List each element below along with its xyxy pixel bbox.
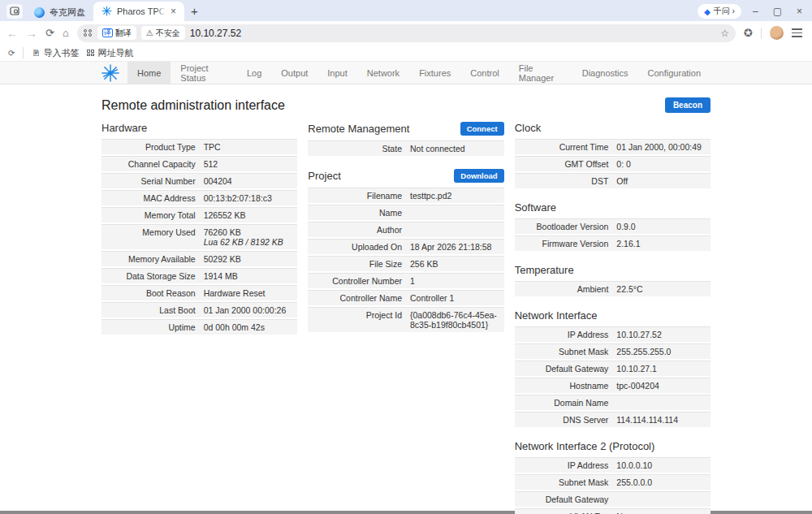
row-value: Hardware Reset	[200, 286, 298, 300]
table-row: DST Off	[515, 173, 710, 188]
nav-tab[interactable]: Fixtures	[409, 62, 460, 84]
section-temperature: Temperature Ambient 22.5°C	[515, 261, 710, 296]
row-value: TPC	[200, 140, 298, 154]
section-title: Clock	[515, 122, 542, 134]
row-value: 18 Apr 2026 21:18:58	[406, 240, 504, 254]
new-tab-button[interactable]: +	[191, 4, 198, 18]
sidebar-toggle-icon[interactable]: ⟳	[8, 49, 15, 58]
nav-tab[interactable]: Input	[317, 62, 356, 84]
row-value: 114.114.114.114	[612, 412, 710, 427]
table-row: Data Storage Size 1914 MB	[102, 268, 297, 283]
download-button[interactable]: Download	[454, 169, 503, 183]
grid-icon	[87, 50, 94, 56]
row-value: 00:13:b2:07:18:c3	[200, 191, 298, 205]
row-value: 255.0.0.0	[612, 475, 710, 490]
section-remote-management: Remote Management Connect State Not conn…	[308, 119, 503, 156]
table-row: Product Type TPC	[102, 139, 297, 154]
row-label: File Size	[308, 257, 406, 271]
profile-avatar[interactable]	[770, 26, 784, 40]
row-label: Ambient	[515, 282, 613, 296]
row-value: 0.9.0	[612, 219, 710, 234]
nav-tab[interactable]: Control	[460, 62, 508, 84]
section-hardware: Hardware Product Type TPC	[102, 119, 297, 335]
nav-tab[interactable]: File Manager	[509, 62, 572, 84]
extensions-icon[interactable]: ✪	[744, 27, 753, 39]
row-label: Current Time	[515, 140, 613, 154]
row-value: 256 KB	[406, 257, 504, 271]
nav-tab[interactable]: Configuration	[638, 62, 710, 84]
apps-grid-icon[interactable]	[84, 29, 93, 37]
bookmark-star-icon[interactable]: ☆	[720, 28, 729, 39]
row-label: Default Gateway	[515, 361, 613, 376]
table-row: Boot Reason Hardware Reset	[102, 285, 297, 300]
row-value: Controller 1	[406, 291, 504, 305]
nav-tab[interactable]: Project Status	[171, 62, 237, 84]
row-value: 0d 00h 00m 42s	[200, 320, 298, 335]
table-row: IP Address 10.10.27.52	[515, 326, 710, 342]
row-label: Domain Name	[515, 395, 613, 410]
row-label: Firmware Version	[515, 236, 613, 251]
table-row: Project Id {0a008db6-76c4-45ea-8c35-b19f…	[308, 307, 503, 332]
browser-window: 夸克网盘 Pharos TPC 0042 × + ◆ 千问 › – ▢ × ← …	[0, 0, 812, 514]
tab-search-icon[interactable]	[6, 4, 23, 19]
address-bar[interactable]: 译 翻译 ⚠ 不安全 10.10.27.52 ☆	[77, 24, 736, 42]
row-value: 10.10.27.1	[612, 361, 710, 376]
home-icon[interactable]: ⌂	[63, 27, 69, 39]
nav-tab[interactable]: Output	[271, 62, 317, 84]
nav-tab[interactable]: Diagnostics	[572, 62, 638, 84]
row-value	[612, 395, 710, 410]
tab-quark[interactable]: 夸克网盘	[26, 3, 93, 21]
row-label: Boot Reason	[102, 286, 200, 300]
row-label: Memory Used	[102, 225, 200, 249]
table-row: IP Address 10.0.0.10	[515, 457, 710, 473]
row-value: 01 Jan 2000, 00:00:49	[612, 140, 710, 154]
row-value: 126552 KB	[200, 208, 298, 222]
table-row: Serial Number 004204	[102, 173, 297, 188]
bookmark-import[interactable]: 🖹 导入书签	[32, 47, 79, 59]
tab-pharos[interactable]: Pharos TPC 0042 ×	[93, 2, 184, 21]
row-value: 50292 KB	[200, 252, 298, 266]
browser-toolbar: ← → ⟳ ⌂ 译 翻译 ⚠ 不安全 10.10.27.52 ☆ ✪	[0, 21, 812, 45]
table-row: Channel Capacity 512	[102, 156, 297, 171]
qianwen-assistant-badge[interactable]: ◆ 千问 ›	[698, 4, 741, 19]
row-value	[406, 222, 504, 237]
row-label: Memory Available	[102, 252, 200, 266]
section-software: Software Bootloader Version 0.9.0 Firmwa…	[515, 199, 710, 251]
connect-button[interactable]: Connect	[460, 122, 504, 136]
maximize-button[interactable]: ▢	[773, 6, 782, 17]
bookmarks-bar: ⟳ 🖹 导入书签 网址导航	[0, 45, 812, 62]
url-input[interactable]: 10.10.27.52	[190, 28, 716, 39]
nav-tab[interactable]: Log	[237, 62, 271, 84]
section-project: Project Download Filename testtpc.pd2	[308, 166, 503, 332]
row-label: MAC Address	[102, 191, 200, 205]
pharos-favicon-icon	[102, 6, 112, 18]
table-row: Domain Name	[515, 395, 710, 410]
table-row: Memory Available 50292 KB	[102, 251, 297, 266]
row-value: 2.16.1	[612, 236, 710, 251]
row-label: Hostname	[515, 378, 613, 393]
nav-tab[interactable]: Network	[357, 62, 409, 84]
row-label: Data Storage Size	[102, 269, 200, 283]
translate-chip[interactable]: 译 翻译	[97, 26, 136, 40]
reload-icon[interactable]: ⟳	[45, 27, 54, 39]
nav-tab[interactable]: Home	[127, 62, 171, 84]
close-button[interactable]: ×	[797, 6, 802, 17]
tab-close-icon[interactable]: ×	[171, 6, 176, 16]
forward-icon[interactable]: →	[26, 27, 37, 40]
table-row: MAC Address 00:13:b2:07:18:c3	[102, 190, 297, 205]
back-icon[interactable]: ←	[6, 27, 18, 40]
table-row: Controller Name Controller 1	[308, 290, 503, 305]
row-label: Subnet Mask	[515, 475, 613, 490]
beacon-button[interactable]: Beacon	[665, 97, 710, 113]
bookmark-sites-nav[interactable]: 网址导航	[87, 47, 133, 59]
security-chip[interactable]: ⚠ 不安全	[141, 26, 185, 40]
minimize-button[interactable]: –	[753, 6, 758, 17]
table-row: Ambient 22.5°C	[515, 281, 710, 296]
row-label: Subnet Mask	[515, 344, 613, 359]
browser-menu-icon[interactable]	[792, 28, 802, 37]
row-label: Bootloader Version	[515, 219, 613, 234]
divider	[761, 28, 762, 39]
row-value: 1	[406, 274, 504, 288]
qianwen-icon: ◆	[704, 7, 710, 16]
row-label: Serial Number	[102, 174, 200, 188]
